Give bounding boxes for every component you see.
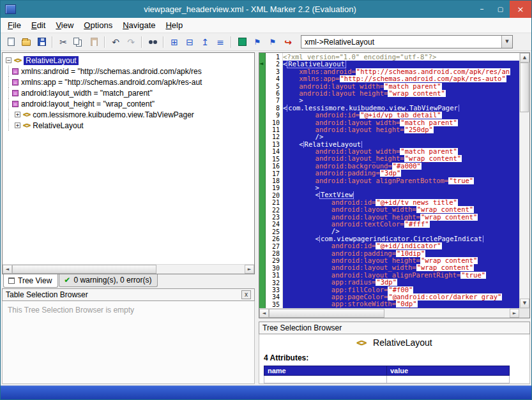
line-number: 15 bbox=[266, 156, 280, 163]
toolbar-separator bbox=[141, 36, 142, 48]
code-line: android:layout_height="wrap_content" bbox=[283, 155, 519, 162]
code-line: android:layout_height="250dp" bbox=[283, 126, 519, 133]
code-line: <com.viewpagerindicator.CirclePageIndica… bbox=[283, 235, 519, 242]
menu-view[interactable]: View bbox=[50, 19, 79, 33]
tree-attribute-node[interactable]: =android:layout_width = "match_parent" bbox=[3, 87, 254, 98]
tree-element-label: RelativeLayout bbox=[33, 121, 83, 130]
tab-messages[interactable]: ✔ 0 warning(s), 0 error(s) bbox=[59, 274, 158, 287]
scroll-right-icon[interactable]: ► bbox=[245, 265, 254, 274]
line-number: 30 bbox=[266, 265, 280, 272]
menu-options[interactable]: Options bbox=[79, 19, 118, 33]
line-number: 9 bbox=[266, 112, 280, 119]
tree-node-root[interactable]: −<>RelativeLayout bbox=[3, 55, 254, 66]
goto-element-icon[interactable]: ↪ bbox=[280, 35, 296, 49]
tree-attribute-node[interactable]: =xmlns:app = "http://schemas.android.com… bbox=[3, 77, 254, 87]
line-number: 16 bbox=[266, 163, 280, 170]
collapse-expander-icon[interactable]: − bbox=[6, 57, 11, 63]
code-line: android:padding="10dip" bbox=[283, 250, 519, 257]
tree-element-node[interactable]: +<>com.lessismore.kuibudemo.view.TabView… bbox=[3, 109, 254, 120]
code-area[interactable]: <?xml version="1.0" encoding="utf-8"?><R… bbox=[283, 53, 519, 308]
close-panel-icon[interactable]: x bbox=[241, 290, 251, 299]
save-icon[interactable] bbox=[34, 35, 49, 49]
attribute-icon: = bbox=[12, 68, 19, 75]
code-line: app:fillColor="#f00" bbox=[283, 286, 519, 293]
code-line: android:layout_alignParentRight="true" bbox=[283, 272, 519, 279]
window-title: viewpager_headerview.xml - XML Marker 2.… bbox=[39, 4, 461, 14]
paste-icon[interactable] bbox=[86, 35, 102, 49]
expand-tree-icon[interactable]: ⊞ bbox=[167, 35, 182, 49]
element-path-combobox[interactable]: xml->RelativeLayout ▼ bbox=[301, 35, 513, 48]
tab-tree-view-label: Tree View bbox=[18, 276, 52, 285]
line-number: 7 bbox=[266, 97, 280, 104]
scrollbar-thumb[interactable] bbox=[520, 63, 529, 112]
code-line: android:id="@+id/vp_tab_detail" bbox=[283, 112, 519, 119]
menu-navigate[interactable]: Navigate bbox=[118, 19, 160, 33]
tree-element-node[interactable]: +<>RelativeLayout bbox=[3, 120, 254, 131]
app-window: viewpager_headerview.xml - XML Marker 2.… bbox=[0, 0, 532, 400]
editor-horizontal-scrollbar[interactable]: ◄ ► bbox=[259, 308, 529, 318]
expand-expander-icon[interactable]: + bbox=[15, 112, 20, 117]
chevron-down-icon[interactable]: ▼ bbox=[501, 36, 512, 48]
scroll-up-icon[interactable]: ▲ bbox=[520, 53, 529, 63]
open-file-icon[interactable] bbox=[19, 35, 34, 49]
tree-horizontal-scrollbar[interactable]: ◄ ► bbox=[3, 264, 254, 274]
code-line: android:id="@+id/tv_news_title" bbox=[283, 199, 519, 206]
scrollbar-thumb[interactable] bbox=[12, 265, 156, 274]
editor-vertical-scrollbar[interactable]: ▲ ▼ bbox=[519, 53, 529, 308]
menu-help[interactable]: Help bbox=[160, 19, 188, 33]
xml-editor: ◄ 12345678910111213141516171819202122232… bbox=[259, 52, 530, 318]
line-number: 28 bbox=[266, 250, 280, 257]
code-line: android:layout_width="match_parent" bbox=[283, 83, 519, 90]
tree-attribute-label: android:layout_height = "wrap_content" bbox=[21, 100, 155, 108]
code-line: <?xml version="1.0" encoding="utf-8"?> bbox=[283, 54, 519, 61]
menu-file[interactable]: File bbox=[3, 19, 26, 33]
tree-element-label: com.lessismore.kuibudemo.view.TabViewPag… bbox=[33, 110, 194, 119]
tree-attribute-node[interactable]: =android:layout_height = "wrap_content" bbox=[3, 98, 254, 109]
element-list-icon[interactable]: ≡ bbox=[213, 35, 228, 49]
tree-attribute-label: xmlns:app = "http://schemas.android.com/… bbox=[21, 78, 202, 87]
line-number: 11 bbox=[266, 126, 280, 133]
check-icon: ✔ bbox=[64, 276, 70, 285]
code-line: <com.lessismore.kuibudemo.view.TabViewPa… bbox=[283, 105, 519, 112]
line-number: 35 bbox=[266, 301, 280, 308]
collapse-tree-icon[interactable]: ⊟ bbox=[182, 35, 197, 49]
scroll-left-icon[interactable]: ◄ bbox=[3, 265, 12, 274]
copy-icon[interactable] bbox=[71, 35, 86, 49]
selected-node-line: <> RelativeLayout bbox=[259, 337, 529, 348]
line-number: 32 bbox=[266, 279, 280, 286]
line-number: 5 bbox=[266, 83, 280, 90]
tree-attribute-label: android:layout_width = "match_parent" bbox=[21, 89, 153, 98]
maximize-button[interactable]: ▢ bbox=[491, 1, 510, 18]
editor-margin-strip: ◄ bbox=[259, 53, 266, 308]
code-line: android:padding="3dp" bbox=[283, 170, 519, 177]
menu-edit[interactable]: Edit bbox=[26, 19, 50, 33]
code-line: app:radius="3dp" bbox=[283, 279, 519, 286]
minimize-button[interactable]: – bbox=[473, 1, 491, 18]
xml-element-icon: <> bbox=[23, 121, 30, 130]
cut-icon[interactable]: ✂ bbox=[56, 35, 71, 49]
element-highlight-icon[interactable] bbox=[234, 35, 250, 49]
attribute-icon: = bbox=[12, 90, 19, 96]
new-file-icon[interactable] bbox=[3, 35, 19, 49]
expand-expander-icon[interactable]: + bbox=[15, 122, 20, 128]
tree-view[interactable]: −<>RelativeLayout=xmlns:android = "http:… bbox=[3, 53, 254, 264]
close-button[interactable]: × bbox=[510, 1, 531, 18]
status-bar bbox=[1, 385, 531, 399]
redo-icon[interactable]: ↷ bbox=[123, 35, 139, 49]
next-bookmark-icon[interactable]: ⚑ bbox=[265, 35, 280, 49]
line-number: 14 bbox=[266, 148, 280, 155]
tree-attribute-node[interactable]: =xmlns:android = "http://schemas.android… bbox=[3, 66, 254, 77]
find-icon[interactable] bbox=[145, 35, 160, 49]
window-controls: – ▢ × bbox=[473, 1, 531, 18]
scroll-right-icon[interactable]: ► bbox=[510, 309, 519, 318]
scroll-down-icon[interactable]: ▼ bbox=[520, 299, 529, 308]
toggle-bookmark-icon[interactable]: ⚑ bbox=[250, 35, 265, 49]
undo-icon[interactable]: ↶ bbox=[108, 35, 123, 49]
code-line: android:layout_width="match_parent" bbox=[283, 148, 519, 155]
scrollbar-thumb[interactable] bbox=[269, 309, 384, 318]
goto-parent-icon[interactable]: ↥ bbox=[197, 35, 213, 49]
tree-panel: −<>RelativeLayout=xmlns:android = "http:… bbox=[2, 52, 255, 274]
toolbar-separator bbox=[52, 36, 53, 48]
tab-tree-view[interactable]: Tree View bbox=[3, 274, 58, 288]
scroll-left-icon[interactable]: ◄ bbox=[259, 309, 269, 318]
